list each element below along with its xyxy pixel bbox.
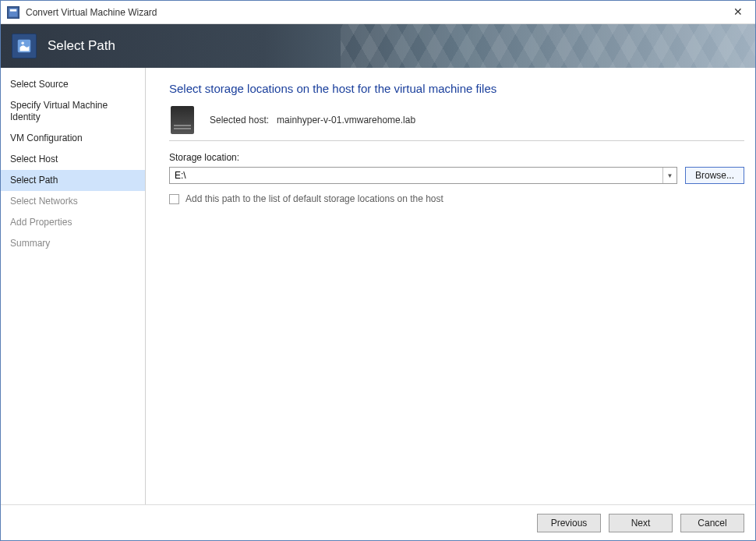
wizard-body: Select Source Specify Virtual Machine Id… (1, 68, 755, 504)
sidebar-item-vm-configuration[interactable]: VM Configuration (1, 128, 145, 149)
step-icon (12, 34, 37, 58)
sidebar-item-select-source[interactable]: Select Source (1, 74, 145, 95)
sidebar-item-select-path[interactable]: Select Path (1, 170, 145, 191)
sidebar-item-select-networks[interactable]: Select Networks (1, 191, 145, 212)
sidebar-item-summary[interactable]: Summary (1, 233, 145, 254)
browse-button[interactable]: Browse... (685, 167, 744, 184)
add-default-path-checkbox[interactable] (169, 194, 179, 204)
svg-rect-1 (10, 9, 16, 11)
add-default-path-label: Add this path to the list of default sto… (185, 193, 443, 204)
sidebar-item-add-properties[interactable]: Add Properties (1, 212, 145, 233)
window-title: Convert Virtual Machine Wizard (26, 7, 157, 18)
page-heading: Select storage locations on the host for… (169, 82, 744, 95)
storage-location-row: ▼ Browse... (169, 167, 744, 184)
banner-pattern (341, 24, 755, 68)
next-button[interactable]: Next (609, 514, 673, 532)
selected-host-label: Selected host: (210, 115, 269, 126)
titlebar: Convert Virtual Machine Wizard ✕ (1, 1, 755, 24)
wizard-banner: Select Path (1, 24, 755, 68)
selected-host-row: Selected host: mainhyper-v-01.vmwarehome… (169, 106, 744, 134)
chevron-down-icon[interactable]: ▼ (662, 168, 677, 183)
storage-location-input[interactable] (170, 168, 662, 183)
banner-step-title: Select Path (48, 38, 115, 54)
storage-location-label: Storage location: (169, 152, 744, 163)
cancel-button[interactable]: Cancel (680, 514, 744, 532)
wizard-footer: Previous Next Cancel (1, 504, 755, 540)
server-icon (171, 106, 194, 134)
divider (169, 140, 744, 141)
add-default-path-row: Add this path to the list of default sto… (169, 193, 744, 204)
close-icon[interactable]: ✕ (729, 5, 747, 18)
sidebar: Select Source Specify Virtual Machine Id… (1, 68, 146, 504)
previous-button[interactable]: Previous (537, 514, 601, 532)
sidebar-item-select-host[interactable]: Select Host (1, 149, 145, 170)
svg-point-3 (21, 42, 24, 45)
sidebar-item-specify-identity[interactable]: Specify Virtual Machine Identity (1, 95, 145, 128)
app-icon (7, 6, 19, 19)
content-panel: Select storage locations on the host for… (146, 68, 755, 504)
storage-location-combo[interactable]: ▼ (169, 167, 677, 184)
selected-host-value: mainhyper-v-01.vmwarehome.lab (277, 115, 415, 126)
